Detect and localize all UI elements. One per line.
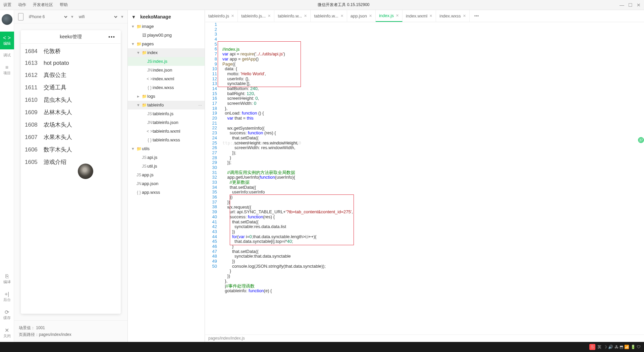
tray-icon[interactable]: ⬒	[620, 345, 623, 349]
ime-icon[interactable]: S	[589, 344, 595, 350]
close-icon[interactable]: ✕	[396, 13, 399, 18]
list-item[interactable]: 1610昆虫木头人	[23, 94, 118, 106]
os-taskbar: S 英 ☽ 🔊 🖧 ⬒ 📶 🔋 🛡	[0, 342, 644, 352]
list-item[interactable]: 1608农场木头人	[23, 119, 118, 131]
tree-node-tableinfo.wxss[interactable]: { }tableinfo.wxss	[128, 136, 205, 144]
close-button[interactable]: ✕	[637, 2, 641, 8]
network-select[interactable]: wifi	[76, 13, 118, 21]
close-icon[interactable]: ✕	[429, 14, 432, 18]
activity-后台[interactable]: +|后台	[0, 288, 14, 306]
breadcrumb: pages/index/index.js	[205, 335, 644, 342]
tab-index.wxss[interactable]: index.wxss✕	[436, 10, 470, 22]
list-item[interactable]: 1605游戏介绍	[23, 156, 118, 168]
tree-node-tableinfo[interactable]: ▾📁tableinfo···	[128, 101, 205, 109]
tree-node-index.js[interactable]: JSindex.js	[128, 57, 205, 66]
simulator-frame: keeko管理 ••• 1684伦敦桥1613hot potato1612真假公…	[21, 30, 121, 314]
menu-item[interactable]: 动作	[18, 2, 26, 8]
activity-编译[interactable]: ⎘编译	[0, 270, 14, 288]
close-icon[interactable]: ✕	[304, 14, 307, 18]
file-explorer: ▾ keekoManage ▾📁image🖼playw00.png▾📁pages…	[128, 10, 205, 342]
tray-icon[interactable]: ☽	[603, 345, 607, 349]
system-tray: S 英 ☽ 🔊 🖧 ⬒ 📶 🔋 🛡	[589, 344, 641, 350]
route-label: 页面路径：	[19, 332, 39, 337]
tab-tableinfo.w...[interactable]: tableinfo.w...✕	[274, 10, 311, 22]
menu-item[interactable]: 开发者社区	[33, 2, 53, 8]
tab-tableinfo.js[interactable]: tableinfo.js✕	[205, 10, 238, 22]
tray-icon[interactable]: 🛡	[637, 345, 641, 349]
chevron-down-icon: ▾	[121, 14, 123, 19]
project-name: keekoManage	[140, 14, 171, 19]
tree-node-app.json[interactable]: JNapp.json	[128, 179, 205, 188]
sim-list[interactable]: 1684伦敦桥1613hot potato1612真假公主1611交通工具161…	[21, 44, 121, 170]
activity-关闭[interactable]: ✕关闭	[0, 324, 14, 342]
tree-node-tableinfo.json[interactable]: JNtableinfo.json	[128, 118, 205, 127]
tree-node-pages[interactable]: ▾📁pages	[128, 40, 205, 48]
device-select[interactable]: iPhone 6	[26, 13, 68, 21]
activity-缓存[interactable]: ⟳缓存	[0, 306, 14, 324]
list-item[interactable]: 1607水果木头人	[23, 131, 118, 143]
tree-node-app.js[interactable]: JSapp.js	[128, 171, 205, 179]
list-item[interactable]: 1613hot potato	[23, 57, 118, 69]
editor-area: tableinfo.js✕tableinfo.js...✕tableinfo.w…	[205, 10, 644, 342]
tree-node-tableinfo.js[interactable]: JStableinfo.js	[128, 109, 205, 118]
tree-node-index.wxss[interactable]: { }index.wxss	[128, 83, 205, 92]
scene-label: 场景值：	[19, 325, 35, 330]
tray-icon[interactable]: 🔋	[631, 345, 636, 349]
tree-node-tableinfo.wxml[interactable]: < >tableinfo.wxml	[128, 127, 205, 136]
activity-调试[interactable]: 调试	[0, 49, 14, 61]
device-icon	[18, 13, 23, 20]
list-item[interactable]: 1684伦敦桥	[23, 45, 118, 57]
tray-icon[interactable]: 🖧	[614, 345, 619, 349]
tree-node-playw00.png[interactable]: 🖼playw00.png	[128, 31, 205, 40]
close-icon[interactable]: ✕	[369, 14, 372, 18]
close-icon[interactable]: ✕	[231, 14, 234, 18]
activity-bar: < >编辑调试≡项目 ⎘编译+|后台⟳缓存✕关闭	[0, 10, 14, 342]
scene-value: 1001	[36, 325, 45, 330]
tab-tableinfo.w...[interactable]: tableinfo.w...✕	[311, 10, 347, 22]
tab-index.wxml[interactable]: index.wxml✕	[402, 10, 436, 22]
tree-node-utils[interactable]: ▾📁utils	[128, 144, 205, 153]
list-item[interactable]: 1611交通工具	[23, 81, 118, 94]
tab-tableinfo.js...[interactable]: tableinfo.js...✕	[238, 10, 274, 22]
editor-tabs: tableinfo.js✕tableinfo.js...✕tableinfo.w…	[205, 10, 644, 22]
sim-avatar-image	[78, 164, 93, 179]
code-editor[interactable]: 1234567891011121314151617181920212223242…	[205, 22, 644, 335]
menu-item[interactable]: 设置	[3, 2, 11, 8]
tree-node-image[interactable]: ▾📁image	[128, 22, 205, 31]
menu-bar: 设置动作开发者社区帮助	[3, 2, 68, 8]
more-icon[interactable]: •••	[108, 34, 115, 40]
list-item[interactable]: 1609丛林木头人	[23, 106, 118, 119]
window-title: 微信开发者工具 0.15.152900	[68, 2, 620, 8]
minimize-button[interactable]: —	[620, 2, 624, 8]
simulator-panel: iPhone 6 ▾ wifi ▾ keeko管理 ••• 1684伦敦桥161…	[14, 10, 128, 342]
close-icon[interactable]: ✕	[463, 14, 466, 18]
title-bar: 设置动作开发者社区帮助 微信开发者工具 0.15.152900 — ☐ ✕	[0, 0, 644, 10]
tree-node-index.json[interactable]: JNindex.json	[128, 66, 205, 75]
activity-项目[interactable]: ≡项目	[0, 61, 14, 79]
chevron-down-icon[interactable]: ▾	[132, 14, 135, 19]
maximize-button[interactable]: ☐	[628, 2, 633, 8]
tray-icon[interactable]: 📶	[624, 345, 629, 349]
ime-lang[interactable]: 英	[597, 344, 601, 350]
tree-node-api.js[interactable]: JSapi.js	[128, 153, 205, 162]
tree-node-logs[interactable]: ▸📁logs	[128, 92, 205, 101]
list-item[interactable]: 1612真假公主	[23, 69, 118, 81]
tree-node-util.js[interactable]: JSutil.js	[128, 162, 205, 171]
chevron-down-icon: ▾	[71, 14, 73, 19]
list-item[interactable]: 1606数字木头人	[23, 143, 118, 156]
avatar[interactable]	[2, 14, 12, 25]
tree-node-index.wxml[interactable]: < >index.wxml	[128, 75, 205, 83]
tree-node-index[interactable]: ▾📁index	[128, 48, 205, 57]
route-value: pages/index/index	[39, 332, 71, 337]
tray-icon[interactable]: 🔊	[608, 345, 613, 349]
close-icon[interactable]: ✕	[340, 14, 343, 18]
tree-node-app.wxss[interactable]: { }app.wxss	[128, 188, 205, 197]
close-icon[interactable]: ✕	[268, 14, 271, 18]
tab-app.json[interactable]: app.json✕	[347, 10, 376, 22]
tab-index.js[interactable]: index.js✕	[376, 10, 402, 22]
notification-badge[interactable]: 37	[638, 137, 644, 143]
tabs-overflow[interactable]: •••	[470, 10, 484, 22]
activity-编辑[interactable]: < >编辑	[0, 32, 14, 49]
sim-page-title: keeko管理	[60, 34, 82, 40]
menu-item[interactable]: 帮助	[60, 2, 68, 8]
